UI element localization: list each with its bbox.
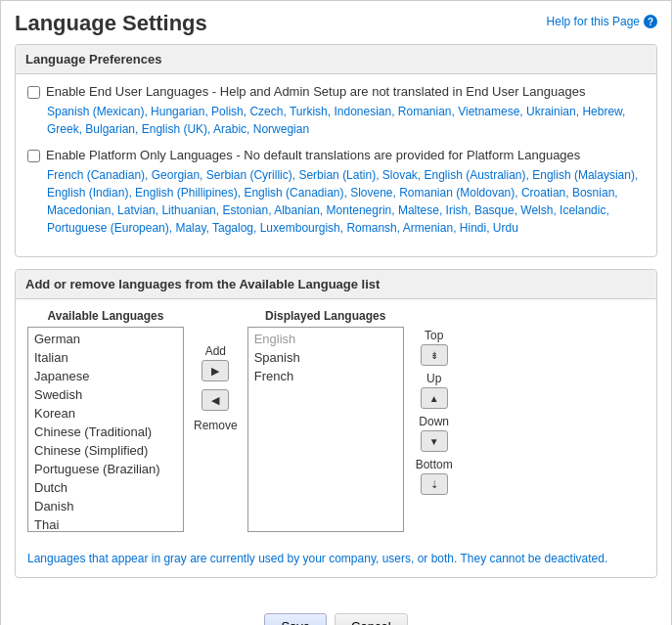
available-listbox[interactable]: GermanItalianJapaneseSwedishKoreanChines…	[27, 327, 184, 532]
list-item[interactable]: Danish	[28, 497, 183, 515]
list-item[interactable]: Chinese (Simplified)	[28, 441, 183, 460]
page-title: Language Settings	[15, 11, 207, 36]
platform-label: Enable Platform Only Languages - No defa…	[46, 148, 580, 162]
help-link-text: Help for this Page	[547, 15, 640, 28]
top-group: ⇟	[421, 344, 448, 368]
bottom-label: Bottom	[416, 458, 453, 471]
page-header: Language Settings Help for this Page ?	[1, 1, 671, 44]
list-item[interactable]: Japanese	[28, 367, 183, 385]
help-icon: ?	[644, 15, 657, 28]
platform-checkbox[interactable]	[27, 150, 40, 162]
remove-button[interactable]: ◀	[202, 389, 229, 411]
cancel-button[interactable]: Cancel	[335, 613, 407, 625]
list-item[interactable]: English	[248, 330, 403, 348]
list-item[interactable]: Chinese (Traditional)	[28, 423, 183, 441]
down-group: ▼	[421, 430, 448, 454]
up-button[interactable]: ▲	[421, 387, 448, 409]
list-item[interactable]: Portuguese (Brazilian)	[28, 460, 183, 478]
displayed-listbox[interactable]: EnglishSpanishFrench	[247, 327, 404, 532]
top-label: Top	[425, 329, 443, 342]
up-label: Up	[426, 372, 441, 385]
remove-label: Remove	[194, 419, 238, 432]
list-item[interactable]: German	[28, 330, 183, 348]
list-item[interactable]: Swedish	[28, 385, 183, 404]
help-link[interactable]: Help for this Page ?	[547, 15, 657, 28]
down-button[interactable]: ▼	[421, 430, 448, 452]
preferences-header: Language Preferences	[16, 45, 656, 74]
bottom-group: ⇣	[421, 473, 448, 497]
footer-buttons: Save Cancel	[1, 603, 671, 625]
content-area: Language Preferences Enable End User Lan…	[1, 44, 671, 603]
end-user-languages: Spanish (Mexican), Hungarian, Polish, Cz…	[47, 103, 645, 138]
displayed-label: Displayed Languages	[265, 309, 385, 323]
preferences-section: Language Preferences Enable End User Lan…	[15, 44, 657, 257]
down-label: Down	[419, 415, 449, 428]
transfer-area: Available Languages GermanItalianJapanes…	[16, 299, 656, 542]
transfer-header: Add or remove languages from the Availab…	[16, 270, 656, 299]
end-user-checkbox[interactable]	[27, 86, 40, 99]
list-item[interactable]: Dutch	[28, 478, 183, 497]
preferences-content: Enable End User Languages - Help and Adm…	[16, 74, 656, 256]
list-item[interactable]: Italian	[28, 348, 183, 367]
list-item[interactable]: French	[248, 367, 403, 385]
page-wrapper: Language Settings Help for this Page ? L…	[0, 0, 672, 625]
list-item[interactable]: Spanish	[248, 348, 403, 367]
up-group: ▲	[421, 387, 448, 411]
end-user-row: Enable End User Languages - Help and Adm…	[27, 84, 645, 99]
platform-row: Enable Platform Only Languages - No defa…	[27, 148, 645, 162]
order-controls: Top ⇟ Up ▲ Down ▼ Bottom ⇣	[404, 329, 453, 501]
top-button[interactable]: ⇟	[421, 344, 448, 366]
add-button[interactable]: ▶	[202, 360, 229, 381]
list-item[interactable]: Thai	[28, 515, 183, 532]
platform-languages: French (Canadian), Georgian, Serbian (Cy…	[47, 166, 645, 237]
transfer-section: Add or remove languages from the Availab…	[15, 269, 657, 578]
end-user-label: Enable End User Languages - Help and Adm…	[46, 84, 585, 99]
displayed-column: Displayed Languages EnglishSpanishFrench	[247, 309, 404, 532]
transfer-controls: Add ▶ ◀ Remove	[184, 344, 247, 434]
info-text: Languages that appear in gray are curren…	[16, 542, 656, 577]
save-button[interactable]: Save	[264, 613, 327, 625]
bottom-button[interactable]: ⇣	[421, 473, 448, 495]
available-column: Available Languages GermanItalianJapanes…	[27, 309, 184, 532]
available-label: Available Languages	[48, 309, 164, 323]
add-label: Add	[205, 344, 226, 358]
list-item[interactable]: Korean	[28, 404, 183, 423]
